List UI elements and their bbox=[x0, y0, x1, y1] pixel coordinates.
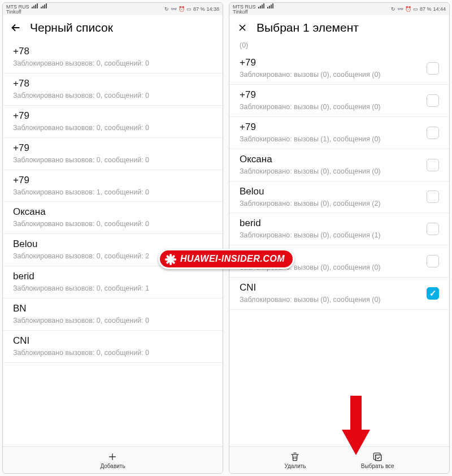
entry-title: Оксана bbox=[13, 206, 212, 218]
entry-subtitle: Заблокировано вызовов: 0, сообщений: 0 bbox=[13, 155, 212, 165]
entry-title: +79 bbox=[240, 89, 422, 101]
battery-icon: ▭ bbox=[186, 6, 192, 12]
list-item[interactable]: beridЗаблокировано вызовов: 0, сообщений… bbox=[3, 266, 223, 298]
entry-subtitle: Заблокировано: вызовы (0), сообщения (1) bbox=[240, 231, 422, 240]
bottom-bar: Добавить bbox=[3, 446, 223, 473]
watermark-text: HUAWEI-INSIDER.COM bbox=[180, 254, 285, 264]
sync-icon: ↻ bbox=[164, 6, 169, 12]
entry-title: +79 bbox=[13, 110, 212, 122]
checkbox[interactable] bbox=[427, 255, 439, 267]
subcarrier-label: Tinkoff bbox=[233, 10, 273, 15]
time-label: 14:38 bbox=[206, 6, 219, 12]
list-item[interactable]: +79Заблокировано вызовов: 0, сообщений: … bbox=[3, 106, 223, 138]
entry-title: berid bbox=[240, 218, 422, 229]
list-item[interactable]: +78Заблокировано вызовов: 0, сообщений: … bbox=[3, 73, 223, 106]
add-label: Добавить bbox=[100, 463, 125, 469]
annotation-arrow-icon bbox=[339, 396, 373, 458]
signal-icon bbox=[258, 3, 264, 8]
entry-title: +79 bbox=[13, 175, 212, 186]
list-item[interactable]: ОксанаЗаблокировано вызовов: 0, сообщени… bbox=[3, 202, 223, 234]
alarm-icon: ⏰ bbox=[179, 6, 185, 12]
entry-title: +79 bbox=[13, 142, 212, 154]
checkbox[interactable] bbox=[427, 223, 439, 235]
battery-label: 87 % bbox=[420, 6, 432, 12]
time-label: 14:44 bbox=[433, 6, 446, 12]
signal-icon bbox=[41, 3, 47, 8]
add-button[interactable]: Добавить bbox=[100, 451, 125, 469]
entry-subtitle: Заблокировано: вызовы (0), сообщения (0) bbox=[240, 167, 422, 176]
entry-subtitle: Заблокировано вызовов: 0, сообщений: 0 bbox=[13, 59, 212, 68]
signal-icon bbox=[267, 3, 273, 8]
list-item[interactable]: +79Заблокировано вызовов: 0, сообщений: … bbox=[3, 138, 223, 170]
list-item[interactable]: +78Заблокировано вызовов: 0, сообщений: … bbox=[3, 41, 223, 73]
entry-subtitle: Заблокировано вызовов: 0, сообщений: 0 bbox=[13, 316, 212, 326]
app-header: Выбран 1 элемент bbox=[229, 15, 449, 41]
page-title: Выбран 1 элемент bbox=[257, 21, 359, 34]
select-all-icon bbox=[372, 451, 383, 462]
alarm-icon: ⏰ bbox=[405, 6, 411, 12]
entry-title: BN bbox=[13, 303, 212, 314]
plus-icon bbox=[107, 451, 118, 462]
entry-title: berid bbox=[13, 271, 212, 282]
entry-subtitle: Заблокировано вызовов: 0, сообщений: 0 bbox=[13, 348, 212, 358]
entry-title: Belou bbox=[240, 186, 422, 197]
delete-label: Удалить bbox=[284, 463, 306, 469]
checkbox[interactable] bbox=[427, 127, 439, 139]
list-item[interactable]: CNIЗаблокировано: вызовы (0), сообщения … bbox=[229, 278, 449, 310]
select-all-label: Выбрать все bbox=[361, 463, 394, 469]
checkbox[interactable] bbox=[427, 94, 439, 107]
status-bar: MTS RUS Tinkoff ↻ 👓 ⏰ ▭ 87 % 14:38 bbox=[3, 3, 223, 15]
list-item[interactable]: BNЗаблокировано вызовов: 0, сообщений: 0 bbox=[3, 298, 223, 331]
battery-label: 87 % bbox=[193, 6, 205, 12]
entry-subtitle: Заблокировано: вызовы (0), сообщения (2) bbox=[240, 199, 422, 209]
entry-title: +78 bbox=[13, 46, 212, 57]
entry-subtitle: Заблокировано вызовов: 0, сообщений: 0 bbox=[13, 219, 212, 229]
entry-subtitle: Заблокировано: вызовы (0), сообщения (0) bbox=[240, 102, 422, 112]
list-item[interactable]: BelouЗаблокировано: вызовы (0), сообщени… bbox=[229, 181, 449, 214]
list-item[interactable]: +79Заблокировано: вызовы (1), сообщения … bbox=[229, 117, 449, 149]
svg-rect-2 bbox=[350, 396, 362, 432]
battery-icon: ▭ bbox=[413, 6, 418, 12]
list-item[interactable]: +79Заблокировано: вызовы (0), сообщения … bbox=[229, 53, 449, 85]
entry-subtitle: Заблокировано: вызовы (0), сообщения (0) bbox=[240, 70, 422, 80]
left-phone: MTS RUS Tinkoff ↻ 👓 ⏰ ▭ 87 % 14:38 Черны… bbox=[2, 2, 223, 474]
entry-title: CNI bbox=[13, 335, 212, 347]
back-icon[interactable] bbox=[10, 21, 22, 34]
huawei-logo-icon bbox=[164, 253, 177, 265]
entry-title: +78 bbox=[13, 78, 212, 89]
entry-subtitle: Заблокировано: вызовы (1), сообщения (0) bbox=[240, 135, 422, 144]
entry-subtitle: Заблокировано: вызовы (0), сообщения (0) bbox=[240, 295, 422, 305]
trash-icon bbox=[289, 451, 301, 462]
status-bar: MTS RUS Tinkoff ↻ 👓 ⏰ ▭ 87 % 14:44 bbox=[229, 3, 449, 15]
entry-title: CNI bbox=[240, 282, 422, 293]
blocklist[interactable]: +78Заблокировано вызовов: 0, сообщений: … bbox=[3, 41, 223, 446]
list-item[interactable]: +79Заблокировано вызовов: 1, сообщений: … bbox=[3, 170, 223, 202]
checkbox[interactable] bbox=[427, 159, 439, 171]
entry-subtitle: Заблокировано вызовов: 0, сообщений: 0 bbox=[13, 123, 212, 133]
subcarrier-label: Tinkoff bbox=[6, 10, 47, 15]
delete-button[interactable]: Удалить bbox=[284, 451, 306, 469]
app-header: Черный список bbox=[3, 15, 223, 41]
entry-title: +79 bbox=[240, 57, 422, 68]
close-icon[interactable] bbox=[236, 21, 249, 34]
signal-icon bbox=[32, 3, 38, 8]
svg-marker-3 bbox=[342, 430, 370, 455]
glasses-icon: 👓 bbox=[397, 6, 403, 12]
entry-title: Оксана bbox=[240, 154, 422, 165]
entry-title: +79 bbox=[240, 122, 422, 133]
entry-subtitle: Заблокировано вызовов: 0, сообщений: 1 bbox=[13, 284, 212, 293]
list-item[interactable]: beridЗаблокировано: вызовы (0), сообщени… bbox=[229, 213, 449, 245]
checkbox[interactable] bbox=[427, 191, 439, 203]
checkbox[interactable] bbox=[427, 287, 439, 300]
list-item[interactable]: ОксанаЗаблокировано: вызовы (0), сообщен… bbox=[229, 149, 449, 181]
list-item[interactable]: +79Заблокировано: вызовы (0), сообщения … bbox=[229, 85, 449, 117]
entry-subtitle: Заблокировано вызовов: 1, сообщений: 0 bbox=[13, 188, 212, 197]
entry-subtitle: Заблокировано вызовов: 0, сообщений: 0 bbox=[13, 91, 212, 101]
page-title: Черный список bbox=[30, 21, 113, 34]
watermark-badge: HUAWEI-INSIDER.COM bbox=[158, 249, 294, 269]
checkbox[interactable] bbox=[427, 62, 439, 75]
sync-icon: ↻ bbox=[391, 6, 395, 12]
glasses-icon: 👓 bbox=[171, 6, 177, 12]
cutoff-top: (0) bbox=[229, 41, 449, 53]
list-item[interactable]: CNIЗаблокировано вызовов: 0, сообщений: … bbox=[3, 331, 223, 363]
